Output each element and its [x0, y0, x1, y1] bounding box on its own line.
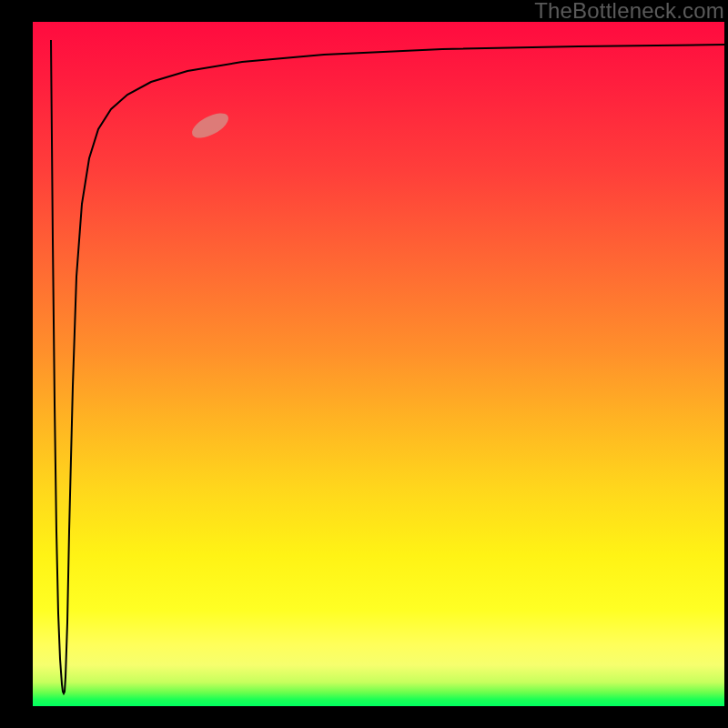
watermark-text: TheBottleneck.com: [534, 0, 724, 22]
chart-frame: TheBottleneck.com: [0, 0, 728, 728]
bottleneck-curve: [51, 40, 724, 693]
curve-marker: [188, 108, 232, 143]
curve-layer: [33, 22, 724, 706]
